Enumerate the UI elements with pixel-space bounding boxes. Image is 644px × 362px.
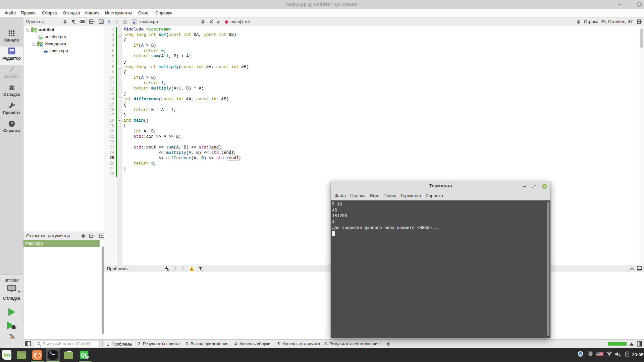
svg-text:$: $	[50, 351, 52, 355]
svg-text:Qt: Qt	[81, 352, 87, 358]
svg-text:Qt: Qt	[40, 37, 42, 40]
svg-text:C: C	[41, 44, 42, 46]
svg-text:Qt: Qt	[34, 30, 37, 33]
svg-text:lm: lm	[3, 352, 10, 359]
svg-text:?: ?	[10, 121, 13, 126]
svg-text:C: C	[133, 21, 135, 24]
svg-text:C: C	[45, 51, 46, 53]
